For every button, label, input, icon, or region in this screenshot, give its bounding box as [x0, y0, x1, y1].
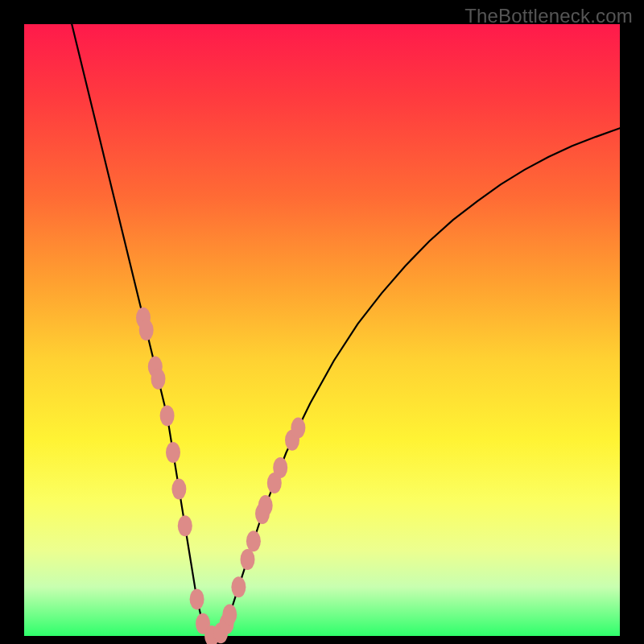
watermark-text: TheBottleneck.com — [464, 5, 633, 27]
chart-markers — [136, 308, 305, 644]
marker-point — [171, 479, 186, 500]
bottleneck-chart — [24, 24, 620, 636]
marker-point — [273, 457, 287, 478]
marker-point — [190, 588, 204, 609]
marker-point — [291, 418, 305, 439]
marker-point — [258, 495, 273, 516]
marker-point — [151, 369, 166, 390]
marker-point — [139, 320, 154, 341]
marker-point — [166, 442, 180, 463]
marker-point — [231, 576, 246, 597]
marker-point — [241, 549, 255, 570]
marker-point — [160, 405, 175, 426]
marker-point — [178, 515, 192, 536]
marker-point — [222, 604, 237, 625]
chart-curve — [72, 24, 620, 636]
marker-point — [246, 530, 261, 551]
curve-path — [72, 24, 620, 636]
